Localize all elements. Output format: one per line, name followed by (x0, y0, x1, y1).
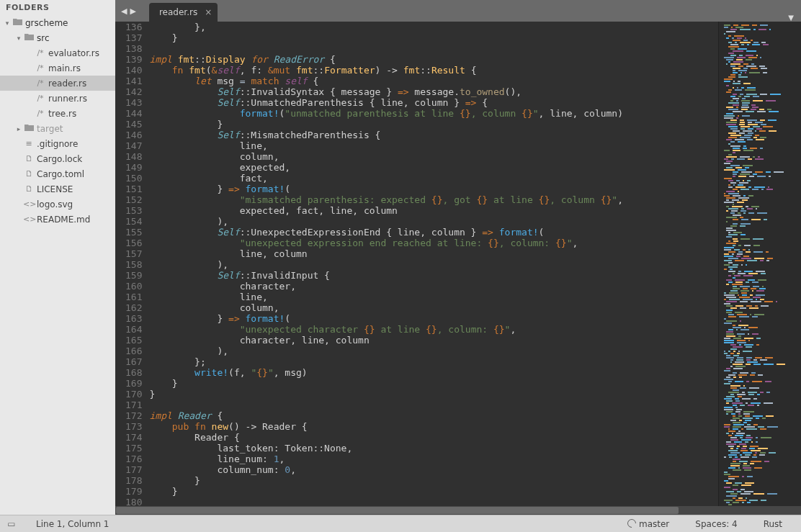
nav-forward-icon[interactable]: ▶ (128, 6, 137, 16)
tree-item-label: LICENSE (37, 184, 73, 194)
tree-item-evaluator-rs[interactable]: /*evaluator.rs (0, 45, 115, 60)
tab-reader-rs[interactable]: reader.rs × (149, 3, 218, 22)
tab-menu-icon[interactable]: ▼ (781, 14, 801, 22)
status-indent[interactable]: Spaces: 4 (682, 519, 750, 529)
code-area: 1361371381391401411421431441451461471481… (115, 22, 801, 506)
folder-tree[interactable]: ▾grscheme▾src/*evaluator.rs/*main.rs/*re… (0, 15, 115, 515)
tree-item-tree-rs[interactable]: /*tree.rs (0, 106, 115, 121)
horizontal-scrollbar[interactable] (115, 506, 801, 515)
tree-item-cargo-lock[interactable]: 🗋Cargo.lock (0, 151, 115, 166)
tree-item-main-rs[interactable]: /*main.rs (0, 60, 115, 76)
status-position[interactable]: Line 1, Column 1 (23, 519, 122, 529)
scrollbar-thumb[interactable] (116, 507, 679, 514)
minimap[interactable] (718, 22, 801, 506)
line-gutter: 1361371381391401411421431441451461471481… (115, 22, 149, 506)
file-icon: <> (23, 199, 35, 209)
status-language[interactable]: Rust (751, 519, 795, 529)
sidebar-header: FOLDERS (0, 0, 115, 15)
tree-item-label: tree.rs (48, 109, 76, 119)
tree-item-label: Cargo.lock (37, 154, 82, 164)
tree-item-logo-svg[interactable]: <>logo.svg (0, 197, 115, 212)
folder-icon (23, 33, 35, 43)
tree-item-label: src (37, 33, 50, 43)
file-icon: /* (35, 48, 46, 58)
file-icon: /* (35, 109, 46, 118)
tree-item-label: Cargo.toml (37, 169, 84, 179)
file-icon: ≡ (23, 139, 35, 148)
status-bar: ▭ Line 1, Column 1 master Spaces: 4 Rust (0, 515, 801, 532)
tree-item-runner-rs[interactable]: /*runner.rs (0, 91, 115, 106)
folder-icon (12, 18, 23, 28)
tree-item-label: .gitignore (37, 139, 78, 149)
code-body[interactable]: }, } impl fmt::Display for ReadError { f… (149, 22, 718, 506)
nav-arrows: ◀ ▶ (115, 0, 142, 22)
disclosure-icon: ▾ (3, 19, 12, 27)
file-icon: /* (35, 94, 46, 103)
tree-item-readme-md[interactable]: <>README.md (0, 212, 115, 227)
tree-item-label: evaluator.rs (48, 48, 99, 58)
file-icon: /* (35, 78, 46, 88)
tree-item-label: grscheme (25, 18, 68, 28)
tree-item-target[interactable]: ▸target (0, 121, 115, 136)
file-icon: 🗋 (23, 169, 35, 179)
tree-item--gitignore[interactable]: ≡.gitignore (0, 136, 115, 151)
disclosure-icon: ▸ (14, 125, 23, 132)
close-icon[interactable]: × (205, 7, 212, 17)
tab-bar: ◀ ▶ reader.rs × ▼ (115, 0, 801, 22)
file-icon: <> (23, 215, 35, 224)
tree-item-src[interactable]: ▾src (0, 30, 115, 45)
file-icon: 🗋 (23, 184, 35, 194)
file-icon: /* (35, 63, 46, 73)
tree-item-label: README.md (37, 215, 90, 225)
tree-item-grscheme[interactable]: ▾grscheme (0, 15, 115, 30)
tree-item-label: reader.rs (48, 78, 86, 89)
sidebar: FOLDERS ▾grscheme▾src/*evaluator.rs/*mai… (0, 0, 115, 515)
status-git-branch[interactable]: master (614, 519, 682, 529)
tree-item-license[interactable]: 🗋LICENSE (0, 181, 115, 197)
nav-back-icon[interactable]: ◀ (120, 6, 128, 16)
tree-item-label: runner.rs (48, 94, 87, 104)
editor-pane: ◀ ▶ reader.rs × ▼ 1361371381391401411421… (115, 0, 801, 515)
tree-item-label: logo.svg (37, 199, 73, 209)
tree-item-label: main.rs (48, 63, 81, 73)
tree-item-cargo-toml[interactable]: 🗋Cargo.toml (0, 166, 115, 181)
tree-item-label: target (37, 124, 63, 134)
panel-icon[interactable]: ▭ (6, 519, 17, 529)
disclosure-icon: ▾ (14, 35, 23, 42)
file-icon: 🗋 (23, 154, 35, 163)
folder-icon (23, 124, 35, 134)
tree-item-reader-rs[interactable]: /*reader.rs (0, 76, 115, 91)
tab-label: reader.rs (159, 7, 197, 17)
